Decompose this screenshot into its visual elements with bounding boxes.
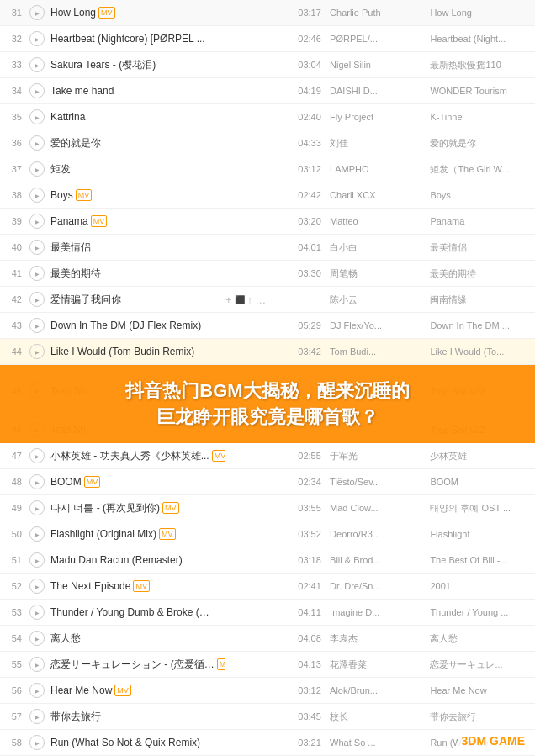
track-artist: 李袁杰 (326, 632, 426, 645)
track-artist: 花澤香菜 (326, 658, 426, 671)
table-row: 39PanamaMV03:20MatteoPanama (0, 209, 535, 235)
table-row: 52The Next EpisodeMV02:41Dr. Dre/Sn...20… (0, 574, 535, 600)
track-title-text: 带你去旅行 (50, 710, 101, 724)
play-button[interactable] (29, 292, 45, 307)
track-num: 39 (0, 216, 27, 226)
more-icon[interactable]: … (255, 293, 266, 306)
download-icon[interactable]: ⬛ (235, 295, 245, 304)
track-title: Take me hand (47, 85, 225, 97)
track-duration: 03:42 (293, 346, 326, 357)
track-artist: What So ... (326, 737, 426, 748)
track-num: 38 (0, 190, 27, 200)
play-button[interactable] (29, 579, 45, 594)
track-title: 小林英雄 - 功夫真人秀《少林英雄...MV (47, 449, 225, 463)
play-button[interactable] (29, 657, 45, 672)
play-button[interactable] (29, 31, 45, 46)
track-album: 少林英雄 (426, 450, 535, 463)
play-button[interactable] (29, 161, 45, 177)
play-button[interactable] (29, 605, 45, 620)
track-artist: Dr. Dre/Sn... (326, 581, 426, 591)
track-duration: 03:30 (293, 268, 326, 278)
track-num: 47 (0, 451, 27, 461)
track-num: 44 (0, 346, 27, 357)
play-button[interactable] (29, 109, 45, 124)
mv-badge[interactable]: MV (84, 476, 101, 488)
play-button[interactable] (29, 526, 45, 542)
mv-badge[interactable]: MV (159, 528, 176, 540)
mv-badge[interactable]: MV (133, 580, 150, 592)
table-row: 36爱的就是你04:33刘佳爱的就是你 (0, 130, 535, 156)
play-button[interactable] (29, 448, 45, 463)
play-button[interactable] (29, 474, 45, 489)
play-button[interactable] (29, 240, 45, 255)
play-button[interactable] (29, 214, 45, 229)
track-title: 爱情骗子我问你 (47, 293, 225, 307)
track-title: BOOMMV (47, 476, 225, 488)
mv-badge[interactable]: MV (114, 685, 131, 696)
track-album: 恋爱サーキュレ... (426, 658, 535, 671)
track-album: 矩发（The Girl W... (426, 163, 535, 176)
play-button[interactable] (29, 266, 45, 281)
track-album: 离人愁 (426, 632, 535, 645)
play-button[interactable] (29, 552, 45, 568)
track-title-text: BOOM (50, 476, 82, 488)
track-duration: 05:29 (293, 320, 326, 330)
track-title: Heartbeat (Nightcore) [PØRPEL ... (47, 33, 225, 45)
table-row: 34Take me hand04:19DAISHI D...WONDER Tou… (0, 78, 535, 104)
play-button[interactable] (29, 344, 45, 359)
play-button[interactable] (29, 318, 45, 333)
track-album: How Long (426, 8, 535, 18)
track-title-text: Sakura Tears - (樱花泪) (50, 58, 156, 72)
track-title: Sakura Tears - (樱花泪) (47, 58, 225, 72)
track-duration: 03:20 (293, 216, 326, 226)
track-title-text: Flashlight (Original Mix) (50, 528, 156, 540)
play-button[interactable] (29, 83, 45, 98)
share-icon[interactable]: ↑ (247, 293, 253, 306)
mv-badge[interactable]: MV (217, 658, 225, 670)
track-title-text: Hear Me Now (50, 685, 112, 696)
track-actions: +⬛↑… (225, 293, 293, 306)
play-button[interactable] (29, 57, 45, 72)
mv-badge[interactable]: MV (212, 450, 225, 462)
track-album: Boys (426, 190, 535, 200)
track-duration: 03:04 (293, 60, 326, 70)
track-album: Down In The DM ... (426, 320, 535, 330)
track-artist: Matteo (326, 216, 426, 226)
track-album: K-Tinne (426, 112, 535, 122)
mv-badge[interactable]: MV (76, 189, 93, 201)
play-button[interactable] (29, 135, 45, 151)
track-duration: 03:55 (293, 503, 326, 513)
play-button[interactable] (29, 709, 45, 724)
track-num: 36 (0, 138, 27, 148)
track-artist: DJ Flex/Yo... (326, 320, 426, 330)
play-button[interactable] (29, 735, 45, 750)
track-title: 最美的期待 (47, 267, 225, 281)
play-button[interactable] (29, 188, 45, 203)
add-icon[interactable]: + (225, 293, 232, 306)
track-num: 41 (0, 268, 27, 278)
track-duration: 02:40 (293, 112, 326, 122)
track-num: 43 (0, 320, 27, 330)
track-artist: 校长 (326, 711, 426, 723)
track-album: 闽南情缘 (426, 293, 535, 306)
overlay-text: 抖音热门BGM大揭秘，醒来沉睡的巨龙睁开眼究竟是哪首歌？ (117, 374, 417, 435)
track-title-text: 恋爱サーキュレーション - (恋爱循… (50, 658, 215, 672)
track-duration: 03:17 (293, 8, 326, 18)
table-row: 33Sakura Tears - (樱花泪)03:04Nigel Silin最新… (0, 52, 535, 78)
mv-badge[interactable]: MV (162, 502, 179, 514)
play-button[interactable] (29, 5, 45, 20)
track-title: 最美情侣 (47, 241, 225, 255)
track-title: Kattrina (47, 111, 225, 123)
play-button[interactable] (29, 683, 45, 698)
mv-badge[interactable]: MV (98, 7, 115, 19)
table-row: 38BoysMV02:42Charli XCXBoys (0, 182, 535, 209)
track-num: 48 (0, 477, 27, 487)
play-button[interactable] (29, 631, 45, 646)
table-row: 41最美的期待03:30周笔畅最美的期待 (0, 261, 535, 287)
track-num: 52 (0, 581, 27, 591)
track-title-text: 爱的就是你 (50, 136, 101, 151)
track-album: Like I Would (To... (426, 346, 535, 357)
play-button[interactable] (29, 500, 45, 515)
mv-badge[interactable]: MV (91, 215, 108, 227)
track-title-text: The Next Episode (50, 580, 130, 592)
